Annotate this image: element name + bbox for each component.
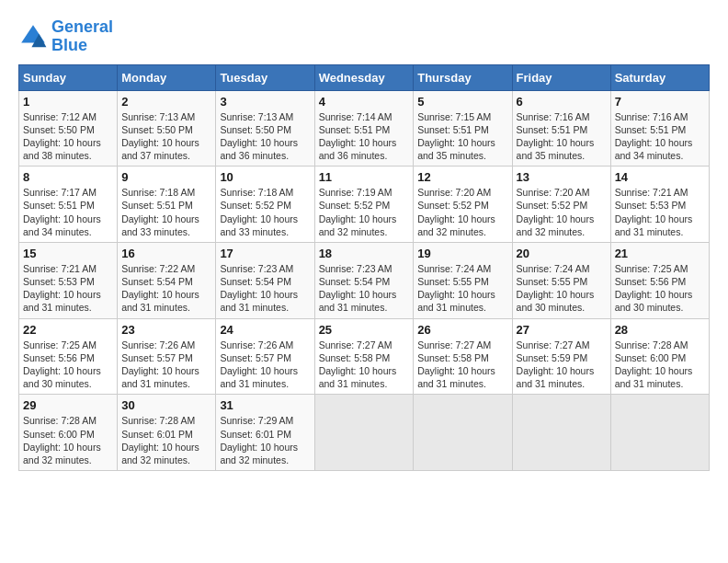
- day-info: Sunrise: 7:21 AM Sunset: 5:53 PM Dayligh…: [615, 186, 705, 238]
- day-info: Sunrise: 7:28 AM Sunset: 6:00 PM Dayligh…: [615, 339, 705, 391]
- day-info: Sunrise: 7:19 AM Sunset: 5:52 PM Dayligh…: [319, 186, 410, 238]
- day-number: 20: [517, 247, 607, 260]
- calendar-cell: 17Sunrise: 7:23 AM Sunset: 5:54 PM Dayli…: [216, 242, 314, 318]
- calendar-cell: 29Sunrise: 7:28 AM Sunset: 6:00 PM Dayli…: [19, 395, 118, 471]
- calendar-cell: 1Sunrise: 7:12 AM Sunset: 5:50 PM Daylig…: [19, 90, 118, 167]
- calendar-cell: 6Sunrise: 7:16 AM Sunset: 5:51 PM Daylig…: [512, 90, 610, 167]
- day-info: Sunrise: 7:24 AM Sunset: 5:55 PM Dayligh…: [417, 262, 507, 315]
- day-number: 14: [615, 170, 705, 184]
- calendar-cell: 19Sunrise: 7:24 AM Sunset: 5:55 PM Dayli…: [414, 242, 512, 318]
- day-number: 9: [121, 170, 211, 184]
- calendar-cell: 11Sunrise: 7:19 AM Sunset: 5:52 PM Dayli…: [314, 167, 414, 243]
- day-info: Sunrise: 7:16 AM Sunset: 5:51 PM Dayligh…: [615, 110, 705, 163]
- day-number: 12: [417, 170, 507, 184]
- calendar-cell: 7Sunrise: 7:16 AM Sunset: 5:51 PM Daylig…: [610, 90, 709, 167]
- day-number: 26: [417, 323, 507, 337]
- day-number: 4: [319, 95, 410, 109]
- weekday-header-friday: Friday: [512, 64, 610, 90]
- day-number: 11: [319, 170, 410, 184]
- day-info: Sunrise: 7:13 AM Sunset: 5:50 PM Dayligh…: [121, 110, 211, 163]
- weekday-header-thursday: Thursday: [414, 64, 512, 90]
- day-info: Sunrise: 7:22 AM Sunset: 5:54 PM Dayligh…: [121, 262, 211, 315]
- day-info: Sunrise: 7:20 AM Sunset: 5:52 PM Dayligh…: [517, 186, 607, 238]
- calendar-cell: 15Sunrise: 7:21 AM Sunset: 5:53 PM Dayli…: [19, 242, 118, 318]
- day-info: Sunrise: 7:27 AM Sunset: 5:58 PM Dayligh…: [417, 339, 507, 391]
- day-info: Sunrise: 7:27 AM Sunset: 5:59 PM Dayligh…: [517, 339, 607, 391]
- day-number: 31: [220, 398, 310, 412]
- weekday-header-sunday: Sunday: [19, 64, 118, 90]
- calendar-cell: 12Sunrise: 7:20 AM Sunset: 5:52 PM Dayli…: [414, 167, 512, 243]
- weekday-header-wednesday: Wednesday: [314, 64, 414, 90]
- day-number: 29: [23, 398, 113, 412]
- calendar-cell: 24Sunrise: 7:26 AM Sunset: 5:57 PM Dayli…: [216, 318, 314, 395]
- calendar-table: SundayMondayTuesdayWednesdayThursdayFrid…: [18, 64, 710, 471]
- calendar-cell: 8Sunrise: 7:17 AM Sunset: 5:51 PM Daylig…: [19, 167, 118, 243]
- weekday-header-saturday: Saturday: [610, 64, 709, 90]
- logo-icon: [18, 22, 48, 52]
- day-number: 3: [220, 95, 310, 109]
- calendar-cell: 9Sunrise: 7:18 AM Sunset: 5:51 PM Daylig…: [118, 167, 216, 243]
- day-number: 2: [121, 95, 211, 109]
- day-number: 5: [417, 95, 507, 109]
- calendar-cell: 5Sunrise: 7:15 AM Sunset: 5:51 PM Daylig…: [414, 90, 512, 167]
- day-number: 21: [615, 247, 705, 260]
- day-info: Sunrise: 7:25 AM Sunset: 5:56 PM Dayligh…: [23, 339, 113, 391]
- calendar-cell: 21Sunrise: 7:25 AM Sunset: 5:56 PM Dayli…: [610, 242, 709, 318]
- day-info: Sunrise: 7:17 AM Sunset: 5:51 PM Dayligh…: [23, 186, 113, 238]
- calendar-cell: 27Sunrise: 7:27 AM Sunset: 5:59 PM Dayli…: [512, 318, 610, 395]
- day-info: Sunrise: 7:14 AM Sunset: 5:51 PM Dayligh…: [319, 110, 410, 163]
- day-number: 8: [23, 170, 113, 184]
- calendar-cell: [610, 395, 709, 471]
- day-number: 27: [517, 323, 607, 337]
- calendar-cell: 13Sunrise: 7:20 AM Sunset: 5:52 PM Dayli…: [512, 167, 610, 243]
- day-number: 17: [220, 247, 310, 260]
- day-number: 10: [220, 170, 310, 184]
- calendar-cell: [314, 395, 414, 471]
- page-header: General Blue: [18, 18, 710, 55]
- day-info: Sunrise: 7:29 AM Sunset: 6:01 PM Dayligh…: [220, 414, 310, 466]
- calendar-cell: 3Sunrise: 7:13 AM Sunset: 5:50 PM Daylig…: [216, 90, 314, 167]
- day-number: 25: [319, 323, 410, 337]
- calendar-cell: 16Sunrise: 7:22 AM Sunset: 5:54 PM Dayli…: [118, 242, 216, 318]
- calendar-cell: 20Sunrise: 7:24 AM Sunset: 5:55 PM Dayli…: [512, 242, 610, 318]
- calendar-cell: 31Sunrise: 7:29 AM Sunset: 6:01 PM Dayli…: [216, 395, 314, 471]
- calendar-cell: 4Sunrise: 7:14 AM Sunset: 5:51 PM Daylig…: [314, 90, 414, 167]
- day-number: 16: [121, 247, 211, 260]
- calendar-cell: 10Sunrise: 7:18 AM Sunset: 5:52 PM Dayli…: [216, 167, 314, 243]
- day-info: Sunrise: 7:24 AM Sunset: 5:55 PM Dayligh…: [517, 262, 607, 315]
- day-number: 13: [517, 170, 607, 184]
- day-number: 1: [23, 95, 113, 109]
- day-info: Sunrise: 7:20 AM Sunset: 5:52 PM Dayligh…: [417, 186, 507, 238]
- day-info: Sunrise: 7:16 AM Sunset: 5:51 PM Dayligh…: [517, 110, 607, 163]
- day-info: Sunrise: 7:23 AM Sunset: 5:54 PM Dayligh…: [319, 262, 410, 315]
- day-info: Sunrise: 7:27 AM Sunset: 5:58 PM Dayligh…: [319, 339, 410, 391]
- day-info: Sunrise: 7:15 AM Sunset: 5:51 PM Dayligh…: [417, 110, 507, 163]
- calendar-cell: [414, 395, 512, 471]
- calendar-cell: 18Sunrise: 7:23 AM Sunset: 5:54 PM Dayli…: [314, 242, 414, 318]
- calendar-cell: 2Sunrise: 7:13 AM Sunset: 5:50 PM Daylig…: [118, 90, 216, 167]
- day-info: Sunrise: 7:28 AM Sunset: 6:01 PM Dayligh…: [121, 414, 211, 466]
- calendar-cell: 25Sunrise: 7:27 AM Sunset: 5:58 PM Dayli…: [314, 318, 414, 395]
- calendar-cell: 26Sunrise: 7:27 AM Sunset: 5:58 PM Dayli…: [414, 318, 512, 395]
- day-info: Sunrise: 7:26 AM Sunset: 5:57 PM Dayligh…: [220, 339, 310, 391]
- weekday-header-tuesday: Tuesday: [216, 64, 314, 90]
- day-number: 30: [121, 398, 211, 412]
- calendar-cell: 22Sunrise: 7:25 AM Sunset: 5:56 PM Dayli…: [19, 318, 118, 395]
- day-info: Sunrise: 7:12 AM Sunset: 5:50 PM Dayligh…: [23, 110, 113, 163]
- day-number: 24: [220, 323, 310, 337]
- day-info: Sunrise: 7:13 AM Sunset: 5:50 PM Dayligh…: [220, 110, 310, 163]
- day-number: 18: [319, 247, 410, 260]
- calendar-cell: 23Sunrise: 7:26 AM Sunset: 5:57 PM Dayli…: [118, 318, 216, 395]
- calendar-cell: 14Sunrise: 7:21 AM Sunset: 5:53 PM Dayli…: [610, 167, 709, 243]
- day-info: Sunrise: 7:18 AM Sunset: 5:52 PM Dayligh…: [220, 186, 310, 238]
- calendar-cell: 28Sunrise: 7:28 AM Sunset: 6:00 PM Dayli…: [610, 318, 709, 395]
- day-number: 28: [615, 323, 705, 337]
- day-number: 22: [23, 323, 113, 337]
- day-info: Sunrise: 7:18 AM Sunset: 5:51 PM Dayligh…: [121, 186, 211, 238]
- day-info: Sunrise: 7:23 AM Sunset: 5:54 PM Dayligh…: [220, 262, 310, 315]
- logo: General Blue: [18, 18, 113, 55]
- day-info: Sunrise: 7:25 AM Sunset: 5:56 PM Dayligh…: [615, 262, 705, 315]
- calendar-cell: [512, 395, 610, 471]
- day-info: Sunrise: 7:28 AM Sunset: 6:00 PM Dayligh…: [23, 414, 113, 466]
- day-number: 6: [517, 95, 607, 109]
